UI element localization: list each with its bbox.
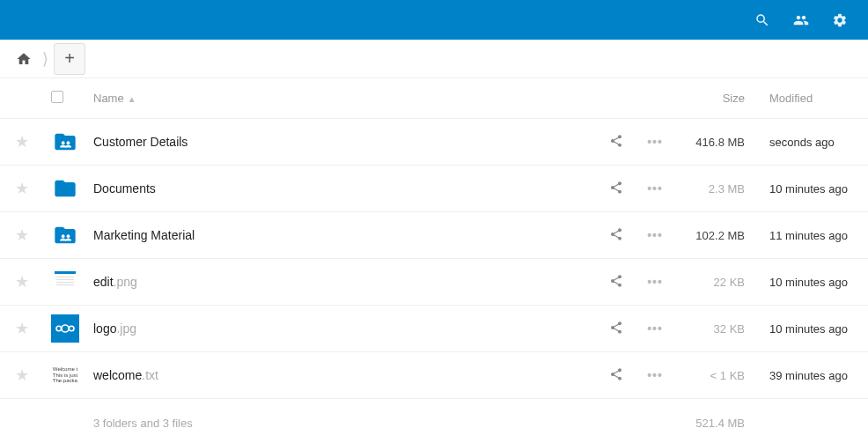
file-icon <box>51 268 79 296</box>
settings-icon[interactable] <box>820 1 859 40</box>
svg-point-5 <box>62 325 69 332</box>
column-size[interactable]: Size <box>674 78 762 119</box>
file-modified: 39 minutes ago <box>769 369 848 382</box>
more-actions-icon[interactable]: ••• <box>647 275 663 289</box>
file-size: 102.2 MB <box>695 229 745 242</box>
file-row[interactable]: ★edit.png•••22 KB10 minutes ago <box>0 259 868 306</box>
file-name[interactable]: welcome <box>93 368 142 382</box>
file-row[interactable]: ★logo.jpg•••32 KB10 minutes ago <box>0 306 868 352</box>
svg-point-6 <box>69 326 74 331</box>
contacts-icon[interactable] <box>782 1 820 40</box>
more-actions-icon[interactable]: ••• <box>647 228 663 242</box>
more-actions-icon[interactable]: ••• <box>647 181 663 196</box>
summary-row: 3 folders and 3 files 521.4 MB <box>0 399 868 444</box>
more-actions-icon[interactable]: ••• <box>647 321 663 336</box>
favorite-star-icon[interactable]: ★ <box>15 273 29 291</box>
file-modified: 10 minutes ago <box>769 276 848 289</box>
file-icon <box>51 174 79 203</box>
file-row[interactable]: ★Documents•••2.3 MB10 minutes ago <box>0 166 868 212</box>
more-actions-icon[interactable]: ••• <box>647 368 663 382</box>
breadcrumb-bar: ⟩ + <box>0 40 868 78</box>
file-extension: .txt <box>142 368 158 382</box>
file-icon <box>51 221 79 249</box>
favorite-star-icon[interactable]: ★ <box>15 320 29 337</box>
file-row[interactable]: ★Welcome tThis is justThe packawelcome.t… <box>0 352 868 399</box>
file-icon <box>51 128 79 156</box>
file-row[interactable]: ★Marketing Material•••102.2 MB11 minutes… <box>0 212 868 259</box>
svg-point-1 <box>67 141 70 144</box>
select-all-checkbox[interactable] <box>51 91 63 103</box>
share-icon[interactable] <box>609 137 623 151</box>
summary-text: 3 folders and 3 files <box>86 399 597 444</box>
app-header <box>0 0 868 40</box>
file-icon: Welcome tThis is justThe packa <box>51 361 79 389</box>
file-size: 22 KB <box>714 276 745 289</box>
file-modified: 11 minutes ago <box>769 229 848 242</box>
file-size: 32 KB <box>714 322 745 336</box>
file-size: 2.3 MB <box>709 182 745 196</box>
search-icon[interactable] <box>743 1 782 40</box>
file-size: < 1 KB <box>710 369 745 382</box>
breadcrumb-separator: ⟩ <box>42 49 48 69</box>
favorite-star-icon[interactable]: ★ <box>15 226 29 244</box>
sort-ascending-icon: ▲ <box>128 94 136 104</box>
share-icon[interactable] <box>609 323 623 337</box>
table-header: Name▲ Size Modified <box>0 78 868 119</box>
favorite-star-icon[interactable]: ★ <box>15 366 29 384</box>
file-modified: 10 minutes ago <box>769 322 848 336</box>
file-name[interactable]: Marketing Material <box>93 228 195 242</box>
file-name[interactable]: Customer Details <box>93 135 188 149</box>
svg-point-0 <box>62 141 65 144</box>
file-modified: 10 minutes ago <box>769 182 848 196</box>
share-icon[interactable] <box>609 277 623 291</box>
svg-point-4 <box>56 326 62 331</box>
svg-point-3 <box>67 234 70 238</box>
add-button[interactable]: + <box>54 43 85 75</box>
share-icon[interactable] <box>609 183 623 197</box>
file-name[interactable]: Documents <box>93 181 156 196</box>
file-list: Name▲ Size Modified ★Customer Details•••… <box>0 78 868 443</box>
column-name[interactable]: Name▲ <box>86 78 597 119</box>
file-name[interactable]: logo <box>93 321 116 336</box>
home-icon[interactable] <box>11 46 37 72</box>
file-extension: .png <box>114 275 137 289</box>
file-size: 416.8 MB <box>695 136 745 149</box>
share-icon[interactable] <box>609 230 623 244</box>
more-actions-icon[interactable]: ••• <box>647 135 663 149</box>
file-row[interactable]: ★Customer Details•••416.8 MBseconds ago <box>0 119 868 166</box>
favorite-star-icon[interactable]: ★ <box>15 180 29 197</box>
favorite-star-icon[interactable]: ★ <box>15 133 29 151</box>
file-modified: seconds ago <box>769 136 835 149</box>
svg-point-2 <box>62 234 65 238</box>
share-icon[interactable] <box>609 370 623 384</box>
file-name[interactable]: edit <box>93 275 114 289</box>
file-extension: .jpg <box>116 321 136 336</box>
file-icon <box>51 314 79 343</box>
summary-size: 521.4 MB <box>674 399 762 444</box>
column-modified[interactable]: Modified <box>762 78 868 119</box>
